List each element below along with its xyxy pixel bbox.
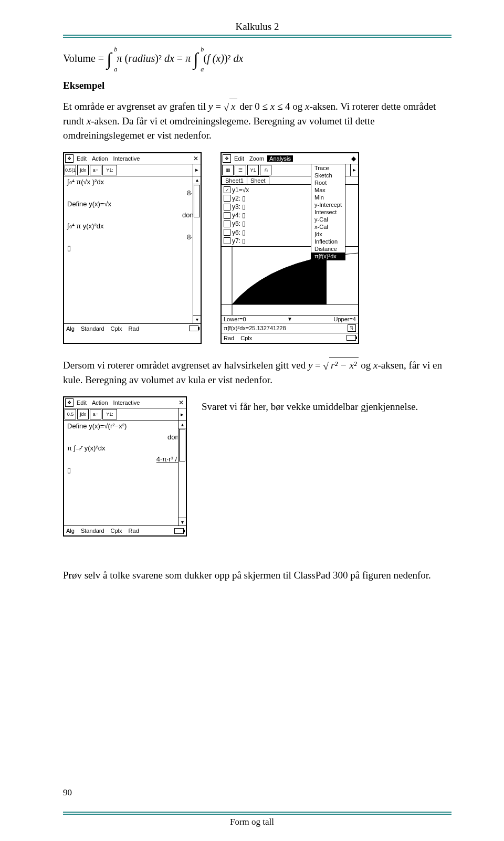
checkbox-icon[interactable]	[224, 212, 230, 219]
dropdown-item[interactable]: Distance	[311, 245, 345, 253]
menu-interactive[interactable]: Interactive	[111, 155, 142, 162]
close-menu-icon[interactable]: ✕	[193, 155, 200, 162]
radical-icon: √	[224, 100, 229, 115]
cas-line: Define y(x)=√(r²−x²)	[64, 420, 186, 432]
status-angle: Rad	[129, 325, 139, 332]
dropdown-item[interactable]: y-Intercept	[311, 201, 345, 208]
menubar: ❖ Edit Action Interactive ✕	[64, 153, 201, 164]
tab-sheet1[interactable]: Sheet1	[222, 176, 247, 184]
dropdown-item[interactable]: π∫f(x)²dx	[311, 253, 345, 260]
integral-symbol: ∫ b a	[107, 50, 111, 68]
paragraph-3: Prøv selv å tolke svarene som dukker opp…	[63, 568, 452, 583]
tool-button[interactable]: 0.5	[65, 409, 76, 419]
status-mode: Alg	[66, 528, 75, 534]
system-menu-icon[interactable]: ❖	[223, 154, 231, 163]
tool-button[interactable]: ▦	[222, 165, 234, 175]
status-bar: Alg Standard Cplx Rad	[64, 525, 186, 535]
tool-button[interactable]: Y1:	[102, 409, 117, 419]
cas-line: ▯	[64, 465, 186, 476]
checkbox-icon[interactable]	[224, 220, 230, 227]
menu-diamond-icon[interactable]: ◆	[351, 155, 357, 162]
scroll-thumb[interactable]	[194, 185, 200, 217]
cas-line: ▯	[64, 243, 201, 254]
analysis-dropdown: Trace Sketch Root Max Min y-Intercept In…	[311, 164, 345, 260]
status-angle: Rad	[129, 528, 139, 534]
scroll-thumb[interactable]	[179, 429, 185, 461]
battery-icon	[346, 335, 356, 341]
tool-button[interactable]: ∫dx	[77, 165, 89, 175]
dropdown-item[interactable]: Min	[311, 194, 345, 201]
checkbox-icon[interactable]	[224, 195, 230, 202]
cas-line: 4·π·r³ / 3	[64, 454, 186, 465]
tool-button[interactable]: Y1	[247, 165, 259, 175]
scrollbar[interactable]: ▴ ▾	[178, 420, 186, 525]
tool-button[interactable]: Y1:	[102, 165, 117, 175]
menu-edit[interactable]: Edit	[75, 155, 89, 162]
paragraph-1: Et område er avgrenset av grafen til y =…	[63, 99, 452, 143]
dropdown-item[interactable]: Root	[311, 179, 345, 186]
dropdown-item[interactable]: Inflection	[311, 238, 345, 245]
scroll-up-icon[interactable]: ▴	[193, 176, 201, 184]
cas-line: π ∫₋ᵣʳ y(x)²dx	[64, 443, 186, 454]
dropdown-item[interactable]: y-Cal	[311, 216, 345, 223]
system-menu-icon[interactable]: ❖	[65, 154, 74, 163]
battery-icon	[174, 528, 184, 534]
status-bar: Rad Cplx	[222, 333, 358, 343]
menu-interactive[interactable]: Interactive	[111, 400, 142, 406]
cas-line: Define y(x)=√x	[64, 198, 201, 209]
status-number: Cplx	[111, 325, 122, 332]
volume-formula: Volume = ∫ b a π (radius)² dx = π ∫ b a …	[63, 50, 452, 68]
status-format: Standard	[81, 528, 104, 534]
toolbar-scroll-icon[interactable]: ▸	[193, 164, 201, 176]
tool-button[interactable]: 0.5|1	[65, 165, 76, 175]
checkbox-icon[interactable]	[224, 237, 230, 244]
radical-icon: √	[323, 359, 329, 374]
cas-line: 8·π	[64, 187, 201, 198]
tool-button[interactable]: ∫dx	[77, 409, 89, 419]
dropdown-item[interactable]: Sketch	[311, 172, 345, 179]
toolbar-scroll-icon[interactable]: ▸	[350, 164, 358, 176]
menubar: ❖ Edit Zoom Analysis ◆	[222, 153, 358, 164]
toolbar: 0.5 ∫dx a= Y1: ▸	[64, 408, 186, 420]
menu-edit[interactable]: Edit	[75, 400, 89, 406]
checkbox-icon[interactable]: ✓	[224, 186, 230, 193]
marker-icon: ▼	[287, 316, 292, 322]
formula-lhs: Volume	[63, 52, 96, 64]
menu-edit[interactable]: Edit	[232, 155, 246, 162]
dropdown-item[interactable]: Intersect	[311, 208, 345, 216]
tool-button[interactable]: ☰	[235, 165, 246, 175]
classpad-cas-window-2: ❖ Edit Action Interactive ✕ 0.5 ∫dx a= Y…	[63, 396, 187, 537]
footer-text: Form og tall	[0, 817, 504, 827]
menu-zoom[interactable]: Zoom	[247, 155, 266, 162]
checkbox-icon[interactable]	[224, 204, 230, 211]
cas-line: ∫₀⁴ π(√x )²dx	[64, 176, 201, 187]
cas-line: 8·π	[64, 232, 201, 243]
menu-action[interactable]: Action	[90, 155, 110, 162]
dropdown-item[interactable]: Trace	[311, 164, 345, 172]
checkbox-icon[interactable]	[224, 229, 230, 236]
lower-bound: Lower=0	[224, 316, 246, 322]
footer-rule	[63, 814, 452, 815]
tool-button[interactable]: a=	[90, 165, 101, 175]
dropdown-item[interactable]: ∫dx	[311, 230, 345, 238]
toolbar-scroll-icon[interactable]: ▸	[178, 408, 186, 420]
menubar: ❖ Edit Action Interactive ✕	[64, 397, 186, 408]
classpad-cas-window: ❖ Edit Action Interactive ✕ 0.5|1 ∫dx a=…	[63, 152, 202, 344]
scroll-down-icon[interactable]: ▾	[178, 518, 186, 525]
scroll-up-icon[interactable]: ▴	[178, 420, 186, 428]
status-bar: Alg Standard Cplx Rad	[64, 323, 201, 333]
system-menu-icon[interactable]: ❖	[65, 398, 74, 407]
page-number: 90	[63, 787, 72, 798]
tool-button[interactable]: a=	[90, 409, 101, 419]
toolbar: 0.5|1 ∫dx a= Y1: ▸	[64, 164, 201, 176]
scrollbar[interactable]: ▴ ▾	[193, 176, 201, 323]
integral-symbol: ∫ b a	[193, 50, 198, 68]
menu-analysis[interactable]: Analysis	[267, 155, 293, 162]
menu-action[interactable]: Action	[90, 400, 110, 406]
scroll-down-icon[interactable]: ▾	[193, 316, 201, 323]
tab-sheet2[interactable]: Sheet	[247, 176, 269, 184]
close-menu-icon[interactable]: ✕	[178, 399, 185, 406]
dropdown-item[interactable]: x-Cal	[311, 223, 345, 230]
dropdown-item[interactable]: Max	[311, 186, 345, 194]
tool-button[interactable]: ⎙	[260, 165, 271, 175]
